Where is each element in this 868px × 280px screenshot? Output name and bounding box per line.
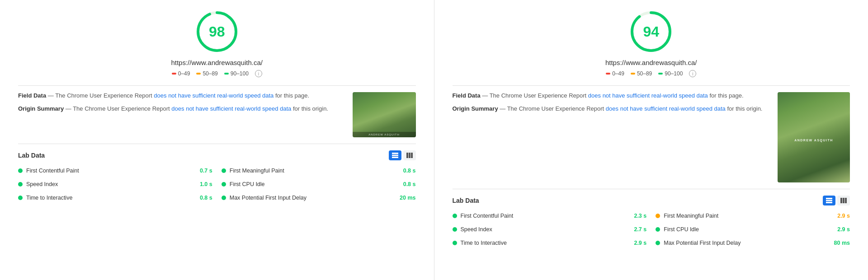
toggle-bar-btn-right[interactable]	[823, 196, 835, 205]
info-icon-left[interactable]: i	[255, 70, 262, 77]
origin-summary-heading-left: Origin Summary — The Chrome User Experie…	[18, 105, 344, 112]
score-section-right: 94 https://www.andrewasquith.ca/ 0–49 50…	[453, 9, 850, 77]
metric-label-fci-right: First CPU Idle	[664, 226, 834, 233]
metric-tti-left: Time to Interactive 0.8 s	[18, 193, 212, 203]
metric-dot-mpfid-left	[222, 196, 226, 200]
origin-summary-heading-right: Origin Summary — The Chrome User Experie…	[453, 105, 769, 112]
legend-right: 0–49 50–89 90–100 i	[606, 70, 696, 77]
thumbnail-left	[353, 92, 416, 137]
legend-label-red-left: 0–49	[178, 70, 190, 77]
legend-dot-green-left	[224, 73, 229, 75]
toggle-list-btn-right[interactable]	[837, 196, 850, 205]
metric-label-fcp-left: First Contentful Paint	[26, 168, 196, 174]
metric-label-fmp-right: First Meaningful Paint	[664, 213, 834, 219]
origin-summary-link-right[interactable]: does not have sufficient real-world spee…	[606, 105, 726, 112]
field-data-text-left: Field Data — The Chrome User Experience …	[18, 92, 344, 137]
field-data-label-right: Field Data	[453, 92, 481, 99]
svg-rect-5	[406, 153, 408, 158]
metric-value-fcp-left: 0.7 s	[200, 168, 212, 174]
divider-2-left	[18, 144, 416, 144]
legend-item-green-left: 90–100	[224, 70, 249, 77]
metric-dot-mpfid-right	[656, 241, 660, 245]
metric-label-si-right: Speed Index	[461, 226, 631, 233]
metric-dot-fcp-left	[18, 168, 23, 173]
svg-rect-14	[843, 198, 844, 203]
metric-label-mpfid-left: Max Potential First Input Delay	[230, 195, 396, 201]
main-container: 98 https://www.andrewasquith.ca/ 0–49 50…	[0, 0, 868, 280]
svg-rect-3	[392, 155, 398, 156]
metric-mpfid-left: Max Potential First Input Delay 20 ms	[222, 193, 416, 203]
metric-value-fci-left: 0.8 s	[403, 181, 416, 187]
score-section-left: 98 https://www.andrewasquith.ca/ 0–49 50…	[18, 9, 416, 77]
metrics-grid-right: First Contentful Paint 2.3 s First Meani…	[453, 211, 850, 248]
field-data-link-left[interactable]: does not have sufficient real-world spee…	[154, 92, 274, 99]
svg-rect-10	[826, 198, 832, 199]
legend-dot-red-left	[172, 73, 176, 75]
metric-fmp-left: First Meaningful Paint 0.8 s	[222, 166, 416, 176]
metric-value-fmp-left: 0.8 s	[403, 168, 416, 174]
metric-value-si-right: 2.7 s	[634, 226, 646, 233]
legend-dot-orange-right	[631, 73, 635, 75]
lab-data-header-right: Lab Data	[453, 196, 850, 205]
field-data-link-right[interactable]: does not have sufficient real-world spee…	[588, 92, 708, 99]
thumb-img-right	[778, 92, 850, 182]
origin-summary-link-left[interactable]: does not have sufficient real-world spee…	[171, 105, 291, 112]
metric-value-mpfid-right: 80 ms	[834, 240, 850, 246]
metric-dot-tti-right	[453, 241, 457, 245]
thumb-img-left	[353, 92, 416, 137]
svg-rect-15	[845, 198, 847, 203]
score-circle-right: 94	[628, 9, 674, 54]
legend-label-orange-left: 50–89	[203, 70, 217, 77]
metric-si-right: Speed Index 2.7 s	[453, 224, 647, 234]
divider-1-right	[453, 85, 850, 86]
svg-rect-11	[826, 200, 832, 201]
toggle-bar-btn-left[interactable]	[389, 150, 401, 160]
legend-label-red-right: 0–49	[612, 70, 624, 77]
svg-rect-7	[411, 153, 413, 158]
metric-fcp-left: First Contentful Paint 0.7 s	[18, 166, 212, 176]
metric-label-fcp-right: First Contentful Paint	[461, 213, 631, 219]
divider-1-left	[18, 85, 416, 86]
svg-rect-12	[826, 202, 832, 203]
legend-item-red-left: 0–49	[172, 70, 190, 77]
field-data-heading-right: Field Data — The Chrome User Experience …	[453, 92, 769, 99]
metric-fci-right: First CPU Idle 2.9 s	[656, 224, 850, 234]
origin-summary-desc-left: — The Chrome User Experience Report does…	[66, 105, 328, 112]
metric-value-fmp-right: 2.9 s	[837, 213, 850, 219]
score-circle-left: 98	[194, 9, 240, 54]
svg-rect-2	[392, 153, 398, 154]
legend-dot-green-right	[658, 73, 663, 75]
field-data-text-right: Field Data — The Chrome User Experience …	[453, 92, 769, 182]
metric-label-fmp-left: First Meaningful Paint	[230, 168, 400, 174]
legend-label-orange-right: 50–89	[637, 70, 652, 77]
legend-dot-red-right	[606, 73, 610, 75]
panel-right: 94 https://www.andrewasquith.ca/ 0–49 50…	[434, 0, 868, 280]
metric-label-mpfid-right: Max Potential First Input Delay	[664, 240, 830, 246]
metric-dot-tti-left	[18, 196, 23, 200]
field-data-heading-left: Field Data — The Chrome User Experience …	[18, 92, 344, 99]
divider-2-right	[453, 189, 850, 189]
legend-item-red-right: 0–49	[606, 70, 624, 77]
metric-label-tti-right: Time to Interactive	[461, 240, 631, 246]
score-value-left: 98	[209, 23, 225, 40]
metric-dot-si-left	[18, 182, 23, 187]
metric-label-fci-left: First CPU Idle	[230, 181, 400, 187]
view-toggle-left	[389, 150, 416, 160]
legend-item-green-right: 90–100	[658, 70, 683, 77]
url-right: https://www.andrewasquith.ca/	[605, 59, 697, 66]
svg-rect-13	[840, 198, 842, 203]
legend-left: 0–49 50–89 90–100 i	[172, 70, 262, 77]
metric-value-mpfid-left: 20 ms	[400, 195, 415, 201]
toggle-list-btn-left[interactable]	[403, 150, 416, 160]
info-icon-right[interactable]: i	[689, 70, 696, 77]
metric-value-fci-right: 2.9 s	[837, 226, 850, 233]
field-data-label-left: Field Data	[18, 92, 46, 99]
metric-si-left: Speed Index 1.0 s	[18, 179, 212, 189]
legend-item-orange-right: 50–89	[631, 70, 652, 77]
legend-dot-orange-left	[196, 73, 201, 75]
metric-label-tti-left: Time to Interactive	[26, 195, 196, 201]
legend-item-orange-left: 50–89	[196, 70, 217, 77]
metric-value-tti-right: 2.9 s	[634, 240, 646, 246]
metrics-grid-left: First Contentful Paint 0.7 s First Meani…	[18, 166, 416, 203]
metric-dot-si-right	[453, 227, 457, 232]
